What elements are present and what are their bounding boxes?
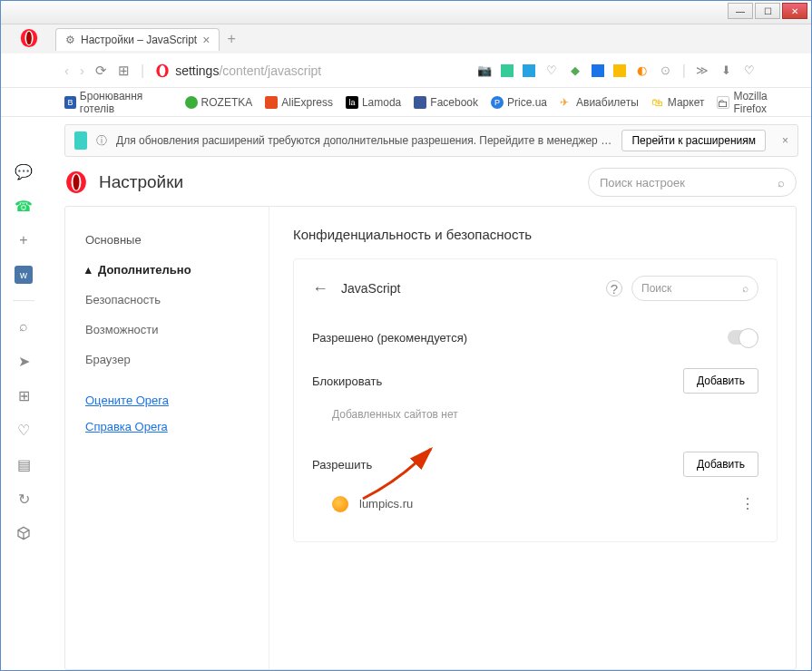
chevron-up-icon: ▴ [85, 263, 94, 277]
ext-icon-2[interactable] [523, 64, 535, 77]
sidebar-link-help[interactable]: Справка Opera [65, 413, 269, 440]
ext-icon-3[interactable]: ♡ [544, 63, 559, 78]
settings-search-input[interactable]: Поиск настроек ⌕ [588, 168, 797, 197]
send-rail-icon[interactable]: ➤ [15, 352, 33, 370]
settings-header: Настройки Поиск настроек ⌕ [64, 168, 797, 197]
close-button[interactable]: ✕ [782, 3, 807, 19]
gear-icon: ⚙ [65, 34, 75, 46]
sidebar-item-features[interactable]: Возможности [65, 315, 269, 345]
javascript-panel: ← JavaScript ? Поиск ⌕ Разреш [293, 258, 778, 542]
block-empty-text: Добавленных сайтов нет [312, 399, 758, 430]
svg-point-4 [160, 65, 166, 76]
add-messenger-icon[interactable]: + [15, 231, 33, 249]
opera-logo-icon [19, 28, 39, 48]
notification-close-icon[interactable]: × [782, 134, 788, 147]
search-placeholder: Поиск настроек [600, 176, 685, 190]
add-allow-button[interactable]: Добавить [683, 452, 758, 477]
allow-heading: Разрешить [312, 458, 372, 472]
panel-title: JavaScript [341, 281, 400, 296]
window-title-bar: — ☐ ✕ [1, 1, 811, 24]
history-rail-icon[interactable]: ↻ [15, 490, 33, 508]
ext-icon-5[interactable] [592, 64, 604, 77]
download-icon[interactable]: ⬇ [719, 63, 733, 78]
ext-icon-1[interactable] [501, 64, 514, 77]
bookmark-heart-icon[interactable]: ♡ [742, 63, 757, 78]
vk-icon[interactable]: w [15, 266, 33, 284]
allowed-label: Разрешено (рекомендуется) [312, 331, 467, 345]
ext-icon-7[interactable]: ◐ [635, 63, 650, 78]
address-field[interactable]: settings/content/javascript [155, 63, 466, 78]
section-title: Конфиденциальность и безопасность [293, 227, 778, 242]
svg-point-7 [73, 174, 80, 190]
goto-extensions-button[interactable]: Перейти к расширениям [621, 130, 766, 151]
left-sidebar-rail: 💬 ☎ + w ⌕ ➤ ⊞ ♡ ▤ ↻ [1, 157, 46, 670]
allowed-toggle-row[interactable]: Разрешено (рекомендуется) [312, 317, 758, 357]
whatsapp-icon[interactable]: ☎ [15, 197, 33, 215]
site-name: lumpics.ru [359, 497, 413, 511]
phone-icon [74, 131, 87, 150]
help-icon[interactable]: ? [606, 280, 622, 297]
speed-dial-icon[interactable]: ⊞ [118, 63, 130, 79]
url-text: settings/content/javascript [175, 63, 321, 78]
search-icon: ⌕ [742, 282, 748, 295]
search-rail-icon[interactable]: ⌕ [15, 317, 33, 336]
bookmarks-bar: BБронювання готелів ROZETKA AliExpress l… [1, 88, 811, 117]
ext-icon-8[interactable]: ⊙ [659, 63, 673, 78]
bookmark-item[interactable]: 🗀Mozilla Firefox [717, 90, 797, 115]
sidebar-toggle-icon[interactable]: ≫ [695, 63, 709, 78]
tab-close-icon[interactable]: × [202, 33, 210, 47]
bookmark-item[interactable]: PPrice.ua [491, 96, 547, 109]
sidebar-item-security[interactable]: Безопасность [65, 285, 269, 315]
info-icon: ⓘ [96, 133, 107, 149]
extension-notification: ⓘ Для обновления расширений требуются до… [64, 124, 798, 157]
sidebar-item-main[interactable]: Основные [65, 225, 269, 255]
snapshot-icon[interactable]: 📷 [477, 63, 492, 78]
notification-text: Для обновления расширений требуются допо… [116, 134, 612, 147]
panel-search-input[interactable]: Поиск ⌕ [631, 276, 758, 301]
allowed-toggle[interactable] [728, 330, 758, 345]
heart-rail-icon[interactable]: ♡ [15, 421, 33, 439]
svg-point-2 [26, 32, 32, 45]
messenger-icon[interactable]: 💬 [15, 162, 33, 180]
bookmark-item[interactable]: BБронювання готелів [64, 90, 172, 115]
settings-sidebar: Основные ▴Дополнительно Безопасность Воз… [65, 207, 269, 669]
site-menu-button[interactable]: ⋮ [740, 495, 758, 512]
ext-icon-4[interactable]: ◆ [568, 63, 582, 78]
grid-rail-icon[interactable]: ⊞ [15, 386, 33, 404]
allowed-site-row[interactable]: lumpics.ru ⋮ [312, 482, 758, 525]
new-tab-button[interactable]: + [227, 31, 235, 47]
maximize-button[interactable]: ☐ [755, 3, 780, 19]
bookmark-item[interactable]: Facebook [414, 96, 478, 109]
back-button[interactable]: ‹ [64, 63, 69, 78]
ext-icon-6[interactable] [613, 64, 626, 77]
url-bar: ‹ › ⟳ ⊞ | settings/content/javascript 📷 … [1, 53, 811, 88]
reload-button[interactable]: ⟳ [95, 63, 107, 79]
block-heading: Блокировать [312, 374, 382, 388]
settings-detail: Конфиденциальность и безопасность ← Java… [269, 207, 796, 669]
opera-settings-logo-icon [64, 170, 88, 194]
cube-rail-icon[interactable] [15, 524, 33, 542]
bookmark-item[interactable]: ✈Авиабилеты [560, 96, 639, 109]
add-block-button[interactable]: Добавить [683, 368, 758, 394]
opera-url-icon [155, 63, 170, 78]
bookmark-item[interactable]: AliExpress [265, 96, 333, 109]
settings-title: Настройки [99, 172, 183, 192]
bookmark-item[interactable]: laLamoda [346, 96, 401, 109]
back-arrow-button[interactable]: ← [312, 279, 328, 298]
bookmark-item[interactable]: ROZETKA [185, 96, 253, 109]
site-favicon-icon [332, 496, 348, 512]
sidebar-item-browser[interactable]: Браузер [65, 345, 269, 374]
bookmark-item[interactable]: 🛍Маркет [651, 96, 705, 109]
minimize-button[interactable]: — [728, 3, 753, 19]
sidebar-item-advanced[interactable]: ▴Дополнительно [65, 255, 269, 285]
url-action-icons: 📷 ♡ ◆ ◐ ⊙ | ≫ ⬇ ♡ [477, 63, 757, 79]
tab-title: Настройки – JavaScript [81, 34, 197, 46]
tab-strip: ⚙ Настройки – JavaScript × + [1, 24, 811, 53]
tab-settings-javascript[interactable]: ⚙ Настройки – JavaScript × [55, 28, 220, 51]
search-icon: ⌕ [778, 176, 785, 190]
sidebar-link-rate[interactable]: Оцените Opera [65, 387, 269, 413]
news-rail-icon[interactable]: ▤ [15, 455, 33, 473]
forward-button[interactable]: › [80, 63, 84, 78]
